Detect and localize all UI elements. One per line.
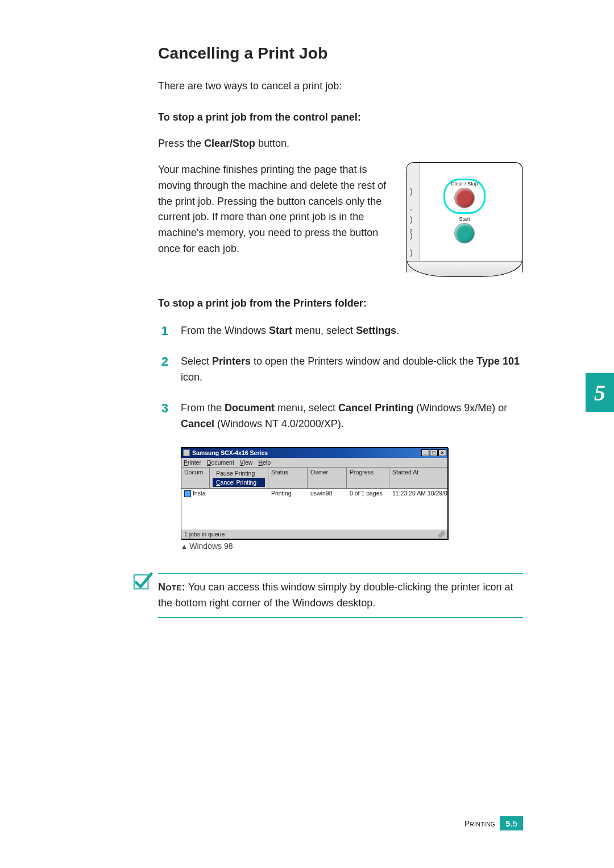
press-prefix: Press the [158, 138, 204, 149]
steps-list: 1 From the Windows Start menu, select Se… [158, 323, 523, 432]
section2-title: To stop a print job from the Printers fo… [158, 297, 523, 309]
close-button[interactable]: × [438, 449, 446, 456]
step-2: 2 Select Printers to open the Printers w… [158, 354, 523, 386]
start-label: Start [459, 216, 470, 222]
menu-cancel-printing[interactable]: Cancel Printing [213, 478, 265, 487]
row-owner: uswin98 [308, 489, 347, 498]
step-number: 2 [158, 354, 168, 386]
column-headers: Docum Pause Printing Cancel Printing Sta… [181, 468, 447, 489]
print-queue-window: Samsung SCX-4x16 Series _ □ × Printer Do… [181, 447, 448, 539]
resize-grip[interactable] [438, 531, 445, 538]
col-started[interactable]: Started At [389, 468, 447, 488]
maximize-button[interactable]: □ [430, 449, 438, 456]
status-text: 1 jobs in queue [184, 531, 225, 538]
minimize-button[interactable]: _ [421, 449, 429, 456]
row-started: 11:23:20 AM 10/29/02 [389, 489, 447, 498]
footer-section: Printing [464, 819, 495, 828]
page-number: 5.5 [500, 816, 523, 830]
clearstop-button [454, 188, 475, 208]
menu-pause-printing[interactable]: Pause Printing [213, 469, 265, 478]
status-bar: 1 jobs in queue [181, 528, 447, 539]
step-number: 3 [158, 400, 168, 432]
panel-left-edge: ) , ) z ) ) [406, 163, 420, 272]
note-block: Note: You can access this window simply … [158, 573, 523, 618]
step-text: Select Printers to open the Printers win… [181, 354, 523, 386]
menu-help[interactable]: Help [258, 459, 271, 466]
step-number: 1 [158, 323, 168, 340]
col-progress[interactable]: Progress [347, 468, 389, 488]
section1-paragraph: Your machine finishes printing the page … [158, 162, 396, 257]
window-title: Samsung SCX-4x16 Series [192, 449, 421, 456]
press-suffix: button. [255, 138, 289, 149]
step-1: 1 From the Windows Start menu, select Se… [158, 323, 523, 340]
menu-bar: Printer Document View Help [181, 458, 447, 468]
page-title: Cancelling a Print Job [158, 44, 523, 63]
note-text: You can access this window simply by dou… [158, 581, 513, 609]
printer-icon [183, 449, 190, 456]
note-label: Note: [158, 581, 185, 593]
figure-caption: Windows 98 [181, 542, 523, 551]
row-progress: 0 of 1 pages [347, 489, 389, 498]
menu-view[interactable]: View [240, 459, 253, 466]
intro-paragraph: There are two ways to cancel a print job… [158, 78, 523, 94]
row-docname: Insta [193, 490, 206, 497]
col-document[interactable]: Docum [181, 468, 210, 488]
page-footer: Printing 5.5 [464, 816, 523, 830]
col-status[interactable]: Status [268, 468, 308, 488]
doc-icon [184, 490, 191, 497]
col-owner[interactable]: Owner [308, 468, 347, 488]
step-text: From the Windows Start menu, select Sett… [181, 323, 399, 340]
press-bold: Clear/Stop [204, 138, 255, 149]
checkmark-icon [132, 570, 154, 593]
clearstop-label: Clear / Stop [451, 181, 478, 187]
window-titlebar[interactable]: Samsung SCX-4x16 Series _ □ × [181, 448, 447, 458]
step-3: 3 From the Document menu, select Cancel … [158, 400, 523, 432]
chapter-tab: 5 [586, 373, 614, 412]
section1-title: To stop a print job from the control pan… [158, 111, 523, 123]
table-row[interactable]: Insta Printing uswin98 0 of 1 pages 11:2… [181, 489, 447, 498]
press-instruction: Press the Clear/Stop button. [158, 136, 523, 152]
menu-document[interactable]: Document [207, 459, 234, 466]
document-menu-dropdown: Pause Printing Cancel Printing [210, 468, 268, 488]
menu-printer[interactable]: Printer [184, 459, 201, 466]
start-button [454, 223, 475, 243]
step-text: From the Document menu, select Cancel Pr… [181, 400, 523, 432]
row-status: Printing [268, 489, 308, 498]
control-panel-illustration: ) , ) z ) ) Clear / Stop Start [406, 162, 523, 272]
